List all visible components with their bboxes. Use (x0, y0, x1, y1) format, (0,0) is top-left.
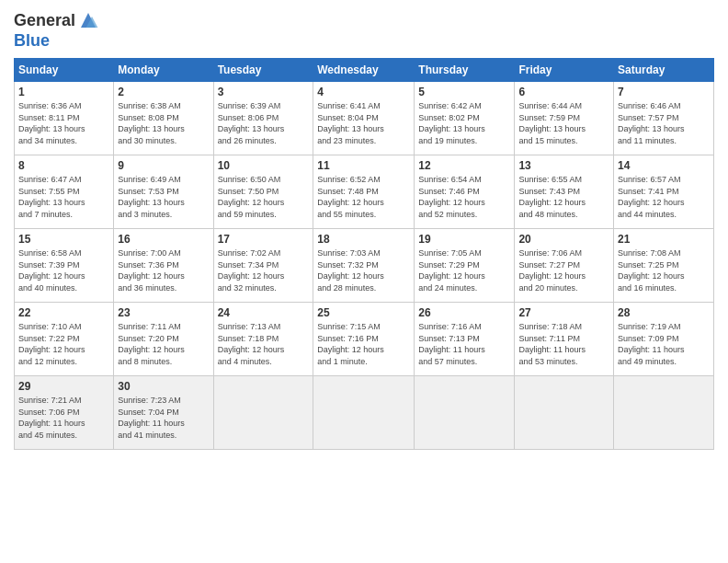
day-number: 5 (418, 86, 510, 98)
calendar-week-row: 1Sunrise: 6:36 AM Sunset: 8:11 PM Daylig… (15, 82, 714, 155)
logo-blue-text: Blue (14, 31, 99, 51)
day-info: Sunrise: 7:18 AM Sunset: 7:11 PM Dayligh… (518, 321, 609, 367)
calendar-cell: 19Sunrise: 7:05 AM Sunset: 7:29 PM Dayli… (415, 229, 515, 303)
day-info: Sunrise: 7:10 AM Sunset: 7:22 PM Dayligh… (18, 321, 109, 367)
logo-icon (77, 9, 99, 31)
calendar-cell: 16Sunrise: 7:00 AM Sunset: 7:36 PM Dayli… (114, 229, 213, 303)
day-info: Sunrise: 7:19 AM Sunset: 7:09 PM Dayligh… (618, 321, 710, 367)
calendar-cell: 29Sunrise: 7:21 AM Sunset: 7:06 PM Dayli… (15, 376, 114, 450)
calendar-cell: 4Sunrise: 6:41 AM Sunset: 8:04 PM Daylig… (313, 82, 415, 155)
day-number: 8 (18, 159, 109, 172)
calendar-cell: 13Sunrise: 6:55 AM Sunset: 7:43 PM Dayli… (515, 155, 614, 229)
day-info: Sunrise: 7:13 AM Sunset: 7:18 PM Dayligh… (218, 321, 310, 367)
day-info: Sunrise: 6:50 AM Sunset: 7:50 PM Dayligh… (218, 174, 310, 220)
day-info: Sunrise: 6:58 AM Sunset: 7:39 PM Dayligh… (18, 247, 109, 293)
calendar-cell: 7Sunrise: 6:46 AM Sunset: 7:57 PM Daylig… (614, 82, 714, 155)
calendar-cell: 1Sunrise: 6:36 AM Sunset: 8:11 PM Daylig… (15, 82, 114, 155)
day-header-thursday: Thursday (415, 59, 515, 82)
day-number: 12 (418, 159, 510, 172)
day-number: 13 (518, 159, 609, 172)
day-number: 3 (218, 86, 310, 98)
day-info: Sunrise: 6:57 AM Sunset: 7:41 PM Dayligh… (618, 174, 710, 220)
day-number: 20 (518, 233, 609, 246)
day-header-tuesday: Tuesday (213, 59, 313, 82)
calendar-week-row: 15Sunrise: 6:58 AM Sunset: 7:39 PM Dayli… (15, 229, 714, 303)
day-info: Sunrise: 6:54 AM Sunset: 7:46 PM Dayligh… (418, 174, 510, 220)
day-info: Sunrise: 7:21 AM Sunset: 7:06 PM Dayligh… (18, 395, 109, 441)
calendar-cell: 24Sunrise: 7:13 AM Sunset: 7:18 PM Dayli… (213, 303, 313, 376)
day-info: Sunrise: 6:49 AM Sunset: 7:53 PM Dayligh… (118, 174, 209, 220)
day-info: Sunrise: 7:08 AM Sunset: 7:25 PM Dayligh… (618, 247, 710, 293)
day-info: Sunrise: 6:52 AM Sunset: 7:48 PM Dayligh… (317, 174, 410, 220)
day-info: Sunrise: 7:05 AM Sunset: 7:29 PM Dayligh… (418, 247, 510, 293)
calendar-cell: 15Sunrise: 6:58 AM Sunset: 7:39 PM Dayli… (15, 229, 114, 303)
day-number: 4 (317, 86, 410, 98)
day-number: 10 (218, 159, 310, 172)
day-info: Sunrise: 6:44 AM Sunset: 7:59 PM Dayligh… (518, 100, 609, 146)
day-info: Sunrise: 6:38 AM Sunset: 8:08 PM Dayligh… (118, 100, 209, 146)
day-header-wednesday: Wednesday (313, 59, 415, 82)
calendar-cell: 8Sunrise: 6:47 AM Sunset: 7:55 PM Daylig… (15, 155, 114, 229)
day-number: 29 (18, 380, 109, 393)
calendar-cell: 14Sunrise: 6:57 AM Sunset: 7:41 PM Dayli… (614, 155, 714, 229)
day-number: 24 (218, 306, 310, 319)
day-number: 11 (317, 159, 410, 172)
logo: General Blue (14, 9, 99, 51)
calendar-cell (313, 376, 415, 450)
day-number: 17 (218, 233, 310, 246)
calendar-cell: 6Sunrise: 6:44 AM Sunset: 7:59 PM Daylig… (515, 82, 614, 155)
calendar-header-row: SundayMondayTuesdayWednesdayThursdayFrid… (15, 59, 714, 82)
calendar-cell: 23Sunrise: 7:11 AM Sunset: 7:20 PM Dayli… (114, 303, 213, 376)
day-number: 9 (118, 159, 209, 172)
calendar-cell (614, 376, 714, 450)
calendar-week-row: 22Sunrise: 7:10 AM Sunset: 7:22 PM Dayli… (15, 303, 714, 376)
day-number: 21 (618, 233, 710, 246)
calendar-cell: 28Sunrise: 7:19 AM Sunset: 7:09 PM Dayli… (614, 303, 714, 376)
header: General Blue (14, 9, 714, 51)
day-info: Sunrise: 7:02 AM Sunset: 7:34 PM Dayligh… (218, 247, 310, 293)
day-info: Sunrise: 7:11 AM Sunset: 7:20 PM Dayligh… (118, 321, 209, 367)
day-info: Sunrise: 6:41 AM Sunset: 8:04 PM Dayligh… (317, 100, 410, 146)
day-number: 23 (118, 306, 209, 319)
calendar-cell: 20Sunrise: 7:06 AM Sunset: 7:27 PM Dayli… (515, 229, 614, 303)
calendar-cell: 22Sunrise: 7:10 AM Sunset: 7:22 PM Dayli… (15, 303, 114, 376)
calendar-week-row: 29Sunrise: 7:21 AM Sunset: 7:06 PM Dayli… (15, 376, 714, 450)
day-info: Sunrise: 6:55 AM Sunset: 7:43 PM Dayligh… (518, 174, 609, 220)
calendar-cell: 3Sunrise: 6:39 AM Sunset: 8:06 PM Daylig… (213, 82, 313, 155)
day-number: 14 (618, 159, 710, 172)
day-info: Sunrise: 7:15 AM Sunset: 7:16 PM Dayligh… (317, 321, 410, 367)
calendar-cell: 25Sunrise: 7:15 AM Sunset: 7:16 PM Dayli… (313, 303, 415, 376)
day-header-monday: Monday (114, 59, 213, 82)
calendar-cell: 21Sunrise: 7:08 AM Sunset: 7:25 PM Dayli… (614, 229, 714, 303)
day-number: 26 (418, 306, 510, 319)
day-info: Sunrise: 7:03 AM Sunset: 7:32 PM Dayligh… (317, 247, 410, 293)
page: General Blue SundayMondayTuesdayWednesda… (0, 0, 728, 563)
calendar-cell: 26Sunrise: 7:16 AM Sunset: 7:13 PM Dayli… (415, 303, 515, 376)
calendar-cell: 9Sunrise: 6:49 AM Sunset: 7:53 PM Daylig… (114, 155, 213, 229)
day-number: 25 (317, 306, 410, 319)
day-info: Sunrise: 6:46 AM Sunset: 7:57 PM Dayligh… (618, 100, 710, 146)
day-header-sunday: Sunday (15, 59, 114, 82)
day-number: 30 (118, 380, 209, 393)
day-info: Sunrise: 6:36 AM Sunset: 8:11 PM Dayligh… (18, 100, 109, 146)
day-number: 15 (18, 233, 109, 246)
calendar-table: SundayMondayTuesdayWednesdayThursdayFrid… (14, 58, 714, 450)
calendar-cell: 12Sunrise: 6:54 AM Sunset: 7:46 PM Dayli… (415, 155, 515, 229)
day-number: 6 (518, 86, 609, 98)
calendar-cell (213, 376, 313, 450)
calendar-cell: 30Sunrise: 7:23 AM Sunset: 7:04 PM Dayli… (114, 376, 213, 450)
day-number: 16 (118, 233, 209, 246)
calendar-cell: 2Sunrise: 6:38 AM Sunset: 8:08 PM Daylig… (114, 82, 213, 155)
day-info: Sunrise: 7:23 AM Sunset: 7:04 PM Dayligh… (118, 395, 209, 441)
calendar-week-row: 8Sunrise: 6:47 AM Sunset: 7:55 PM Daylig… (15, 155, 714, 229)
day-header-saturday: Saturday (614, 59, 714, 82)
calendar-cell: 10Sunrise: 6:50 AM Sunset: 7:50 PM Dayli… (213, 155, 313, 229)
day-number: 19 (418, 233, 510, 246)
day-number: 27 (518, 306, 609, 319)
calendar-cell (415, 376, 515, 450)
day-number: 22 (18, 306, 109, 319)
calendar-cell: 5Sunrise: 6:42 AM Sunset: 8:02 PM Daylig… (415, 82, 515, 155)
calendar-cell: 11Sunrise: 6:52 AM Sunset: 7:48 PM Dayli… (313, 155, 415, 229)
day-number: 28 (618, 306, 710, 319)
day-info: Sunrise: 6:42 AM Sunset: 8:02 PM Dayligh… (418, 100, 510, 146)
